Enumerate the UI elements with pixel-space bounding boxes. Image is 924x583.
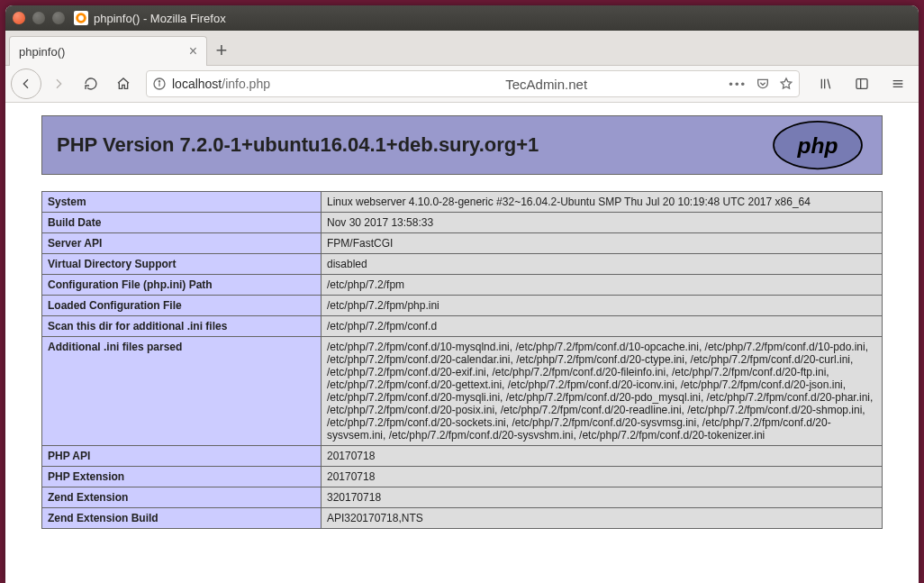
window-buttons xyxy=(13,12,65,24)
info-key: Scan this dir for additional .ini files xyxy=(42,316,322,337)
url-actions: ••• xyxy=(729,77,793,91)
info-key: PHP Extension xyxy=(42,467,322,487)
info-key: PHP API xyxy=(42,446,322,467)
forward-button[interactable] xyxy=(43,70,74,97)
svg-rect-8 xyxy=(856,79,867,89)
info-key: Build Date xyxy=(42,213,322,233)
toolbar-right xyxy=(811,70,913,97)
phpinfo-header: PHP Version 7.2.0-1+ubuntu16.04.1+deb.su… xyxy=(41,115,883,175)
reload-button[interactable] xyxy=(76,70,106,97)
info-key: Zend Extension Build xyxy=(42,508,322,529)
sidebar-button[interactable] xyxy=(847,70,877,97)
url-path: /info.php xyxy=(222,77,270,91)
tab-active[interactable]: phpinfo() × xyxy=(9,36,207,66)
svg-point-4 xyxy=(159,81,159,82)
maximize-icon[interactable] xyxy=(52,12,65,24)
minimize-icon[interactable] xyxy=(32,12,45,24)
info-key: Configuration File (php.ini) Path xyxy=(42,275,322,296)
info-key: Loaded Configuration File xyxy=(42,296,322,316)
tab-close-icon[interactable]: × xyxy=(189,44,197,59)
info-value: 320170718 xyxy=(322,487,883,508)
info-key: Server API xyxy=(42,233,322,254)
url-bar[interactable]: localhost/info.php TecAdmin.net ••• xyxy=(146,70,800,97)
table-row: Configuration File (php.ini) Path/etc/ph… xyxy=(42,275,883,296)
info-value: 20170718 xyxy=(322,446,883,467)
watermark-text: TecAdmin.net xyxy=(505,77,587,92)
url-text: localhost/info.php xyxy=(172,77,270,91)
content-area[interactable]: PHP Version 7.2.0-1+ubuntu16.04.1+deb.su… xyxy=(5,103,919,583)
table-row: SystemLinux webserver 4.10.0-28-generic … xyxy=(42,192,883,213)
info-value: /etc/php/7.2/fpm xyxy=(322,275,883,296)
svg-point-1 xyxy=(78,15,84,21)
table-row: Zend Extension320170718 xyxy=(42,487,883,508)
info-value: API320170718,NTS xyxy=(322,508,883,529)
pocket-icon[interactable] xyxy=(756,77,770,91)
info-key: Zend Extension xyxy=(42,487,322,508)
info-key: Virtual Directory Support xyxy=(42,254,322,275)
table-row: PHP API20170718 xyxy=(42,446,883,467)
php-version-heading: PHP Version 7.2.0-1+ubuntu16.04.1+deb.su… xyxy=(57,135,757,155)
info-value: 20170718 xyxy=(322,467,883,487)
info-value: /etc/php/7.2/fpm/conf.d xyxy=(322,316,883,337)
table-row: Loaded Configuration File/etc/php/7.2/fp… xyxy=(42,296,883,316)
tab-strip: phpinfo() × + xyxy=(5,31,919,65)
url-host: localhost xyxy=(172,77,222,91)
window-title: phpinfo() - Mozilla Firefox xyxy=(94,12,226,25)
table-row: Build DateNov 30 2017 13:58:33 xyxy=(42,213,883,233)
table-row: Server APIFPM/FastCGI xyxy=(42,233,883,254)
table-row: Scan this dir for additional .ini files/… xyxy=(42,316,883,337)
firefox-favicon-icon xyxy=(74,11,88,25)
table-row: Additional .ini files parsed/etc/php/7.2… xyxy=(42,337,883,446)
table-row: PHP Extension20170718 xyxy=(42,467,883,487)
info-key: System xyxy=(42,192,322,213)
info-value: /etc/php/7.2/fpm/conf.d/10-mysqlnd.ini, … xyxy=(322,337,883,446)
window-titlebar: phpinfo() - Mozilla Firefox xyxy=(5,5,919,31)
tab-title: phpinfo() xyxy=(19,45,65,59)
php-logo-icon: php xyxy=(768,120,867,170)
firefox-window: phpinfo() - Mozilla Firefox phpinfo() × … xyxy=(5,5,919,583)
nav-toolbar: localhost/info.php TecAdmin.net ••• xyxy=(5,65,919,103)
svg-line-7 xyxy=(828,79,830,89)
info-value: disabled xyxy=(322,254,883,275)
new-tab-button[interactable]: + xyxy=(207,36,236,65)
menu-button[interactable] xyxy=(883,70,913,97)
info-icon[interactable] xyxy=(152,77,167,91)
svg-text:php: php xyxy=(797,133,838,158)
info-value: Nov 30 2017 13:58:33 xyxy=(322,213,883,233)
info-value: /etc/php/7.2/fpm/php.ini xyxy=(322,296,883,316)
library-button[interactable] xyxy=(811,70,841,97)
home-button[interactable] xyxy=(108,70,139,97)
bookmark-star-icon[interactable] xyxy=(779,77,793,91)
phpinfo-page: PHP Version 7.2.0-1+ubuntu16.04.1+deb.su… xyxy=(41,115,883,529)
table-row: Zend Extension BuildAPI320170718,NTS xyxy=(42,508,883,529)
more-actions-icon[interactable]: ••• xyxy=(729,77,747,91)
info-key: Additional .ini files parsed xyxy=(42,337,322,446)
phpinfo-table: SystemLinux webserver 4.10.0-28-generic … xyxy=(41,191,883,529)
close-icon[interactable] xyxy=(13,12,25,24)
back-button[interactable] xyxy=(11,68,41,99)
info-value: Linux webserver 4.10.0-28-generic #32~16… xyxy=(322,192,883,213)
info-value: FPM/FastCGI xyxy=(322,233,883,254)
table-row: Virtual Directory Supportdisabled xyxy=(42,254,883,275)
